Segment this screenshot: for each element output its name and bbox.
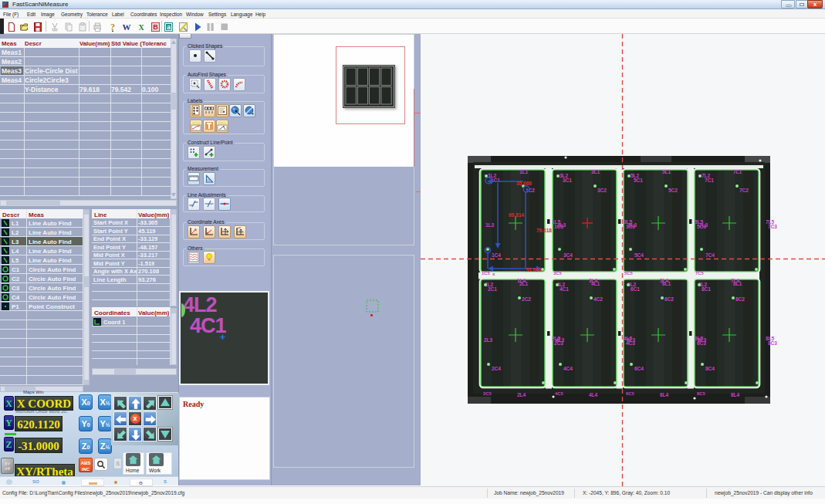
svg-text:2L3: 2L3 [484,337,493,343]
svg-text:W: W [123,22,131,32]
svg-text:5C5: 5C5 [624,271,633,276]
svg-text:55.864: 55.864 [526,267,541,272]
svg-text:4L4: 4L4 [589,392,598,397]
svg-text:3C4: 3C4 [563,252,573,258]
svg-text:35.666: 35.666 [516,181,532,186]
svg-text:4L3: 4L3 [556,337,565,343]
svg-text:7L3: 7L3 [699,222,708,228]
svg-text:1C5: 1C5 [482,271,490,276]
svg-text:1L3: 1L3 [485,222,495,228]
svg-text:69.814: 69.814 [509,212,524,218]
svg-text:4C1: 4C1 [560,286,569,292]
svg-text:3C2: 3C2 [597,188,607,193]
svg-text:7C5: 7C5 [695,271,704,276]
svg-text:3C1: 3C1 [563,178,572,183]
svg-text:8C4: 8C4 [705,366,715,371]
svg-text:8L1: 8L1 [733,281,742,286]
svg-text:6C2: 6C2 [664,296,674,302]
svg-text:7C1: 7C1 [705,178,714,183]
svg-text:8C2: 8C2 [735,296,745,302]
svg-text:2L1: 2L1 [519,281,529,286]
svg-text:7C3: 7C3 [768,224,777,229]
svg-text:5C4: 5C4 [634,252,644,258]
svg-text:5C1: 5C1 [634,178,643,183]
svg-text:1C4: 1C4 [492,252,501,258]
svg-text:B: B [153,23,158,31]
svg-text:8C3: 8C3 [768,340,777,346]
svg-text:7C2: 7C2 [739,188,749,193]
svg-text:5L3: 5L3 [628,222,637,228]
svg-text:X: X [138,23,144,32]
svg-text:8L4: 8L4 [731,392,740,397]
svg-text:2C1: 2C1 [488,286,497,292]
svg-text:4L1: 4L1 [591,281,600,286]
svg-text:6C4: 6C4 [634,366,644,371]
svg-text:a: a [167,23,171,31]
svg-text:4C5: 4C5 [555,391,563,396]
svg-text:?: ? [110,22,115,32]
svg-text:4C4: 4C4 [563,366,573,371]
svg-text:1L1: 1L1 [519,169,529,174]
svg-text:4C2: 4C2 [593,296,603,302]
svg-text:6L4: 6L4 [660,392,669,397]
svg-text:6L1: 6L1 [662,281,671,286]
svg-text:79.618: 79.618 [536,228,552,233]
svg-text:6C1: 6C1 [631,286,640,292]
svg-text:7L1: 7L1 [733,169,742,174]
svg-text:8C1: 8C1 [702,286,711,292]
svg-text:3C5: 3C5 [553,271,562,276]
svg-text:2C5: 2C5 [483,391,492,396]
svg-text:8L3: 8L3 [698,337,707,343]
svg-text:7C4: 7C4 [705,252,715,258]
svg-text:2C2: 2C2 [522,296,531,302]
svg-text:6C5: 6C5 [626,391,634,396]
svg-text:3L1: 3L1 [591,169,600,174]
svg-text:8C5: 8C5 [697,391,705,396]
svg-text:5L1: 5L1 [662,169,671,174]
svg-text:6L3: 6L3 [627,337,636,343]
svg-text:2C4: 2C4 [492,366,501,371]
svg-text:2L4: 2L4 [517,392,526,397]
svg-text:3L3: 3L3 [557,222,566,228]
svg-text:5C2: 5C2 [668,188,678,193]
